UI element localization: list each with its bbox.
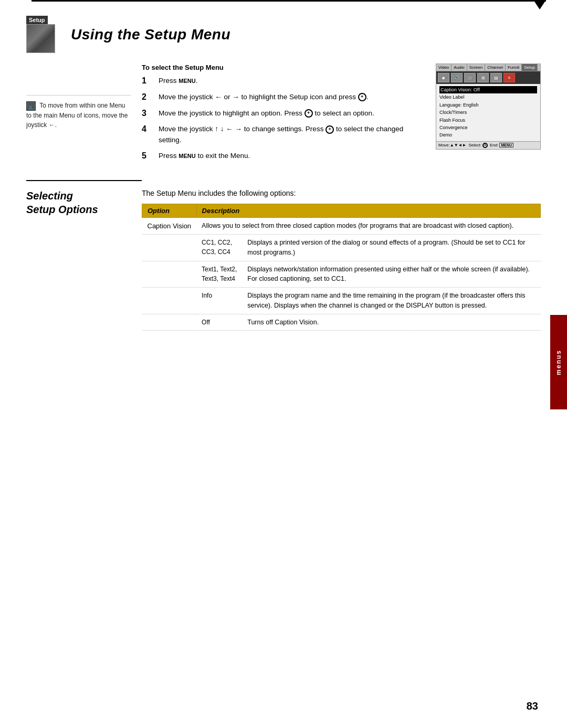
screen-tabs: Video Audio Screen Channel Funnit Setup bbox=[436, 64, 540, 71]
screen-menu-items: Caption Vision: Off Video Label Language… bbox=[436, 84, 540, 141]
table-row-off: Off Turns off Caption Vision. bbox=[142, 314, 541, 331]
menu-text-5: MENU bbox=[178, 153, 195, 159]
circle-icon-4: + bbox=[326, 125, 334, 134]
screen-footer-move: Move:▲▼◄► bbox=[438, 143, 466, 147]
step-2-number: 2 bbox=[142, 92, 152, 103]
step-3: 3 Move the joystick to highlight an opti… bbox=[142, 108, 425, 119]
screen-tab-audio: Audio bbox=[452, 64, 467, 71]
sub-option-info: Info bbox=[196, 288, 242, 314]
options-table: Option Description Caption Vision Allows… bbox=[142, 204, 541, 331]
screen-image: Video Audio Screen Channel Funnit Setup … bbox=[436, 64, 541, 150]
selecting-right: The Setup Menu includes the following op… bbox=[142, 189, 541, 331]
main-content: 📺 To move from within one Menu to the ma… bbox=[26, 64, 541, 167]
screen-tab-screen: Screen bbox=[467, 64, 485, 71]
step-3-number: 3 bbox=[142, 108, 152, 119]
screen-icons-row: ■ 🔊 □ ⊞ ▤ ≡ bbox=[436, 71, 540, 84]
screen-icon-1: ■ bbox=[438, 73, 449, 82]
screen-tab-video: Video bbox=[436, 64, 452, 71]
table-row-caption-vision: Caption Vision Allows you to select from… bbox=[142, 217, 541, 235]
sub-option-cc1: CC1, CC2,CC3, CC4 bbox=[196, 235, 242, 261]
sub-option-empty-3 bbox=[142, 288, 197, 314]
section-divider bbox=[26, 180, 142, 181]
option-name-caption-vision: Caption Vision bbox=[142, 217, 197, 235]
page-number: 83 bbox=[527, 700, 538, 712]
setup-image-inner bbox=[27, 25, 55, 52]
step-4-number: 4 bbox=[142, 124, 152, 135]
sub-option-empty-2 bbox=[142, 261, 197, 288]
screen-tab-channel: Channel bbox=[485, 64, 506, 71]
right-side-tab: menus bbox=[550, 315, 567, 409]
page-header: Setup Using the Setup Menu bbox=[26, 10, 541, 53]
option-desc-caption-vision: Allows you to select from three closed c… bbox=[196, 217, 540, 235]
screen-icon-6-selected: ≡ bbox=[503, 73, 515, 82]
screen-menu-flash: Flash Focus bbox=[439, 117, 537, 124]
screen-footer-end: End:MENU bbox=[490, 143, 513, 147]
setup-image bbox=[26, 24, 55, 53]
screen-footer-select: Select:+ bbox=[468, 143, 487, 148]
col-description: Description bbox=[196, 204, 540, 217]
step-2: 2 Move the joystick ← or → to highlight … bbox=[142, 92, 425, 103]
screen-tab-funnit: Funnit bbox=[506, 64, 522, 71]
screen-area: Video Audio Screen Channel Funnit Setup … bbox=[436, 64, 541, 150]
menu-text-1: MENU bbox=[178, 78, 195, 84]
screen-icon-2: 🔊 bbox=[451, 73, 463, 82]
right-tab-label: menus bbox=[555, 350, 562, 375]
screen-menu-language: Language: English bbox=[439, 101, 537, 109]
sidebar-note-icon: 📺 bbox=[26, 101, 36, 111]
sub-option-empty-1 bbox=[142, 235, 197, 261]
screen-menu-caption: Caption Vision: Off bbox=[439, 86, 537, 93]
selecting-title: Selecting Setup Options bbox=[26, 189, 131, 216]
step-4: 4 Move the joystick ↑ ↓ ← → to change se… bbox=[142, 124, 425, 145]
step-5-number: 5 bbox=[142, 151, 152, 162]
left-sidebar: 📺 To move from within one Menu to the ma… bbox=[26, 64, 131, 167]
step-5-text: Press MENU to exit the Menu. bbox=[159, 151, 425, 161]
screen-menu-demo: Demo bbox=[439, 131, 537, 139]
table-header-row: Option Description bbox=[142, 204, 541, 217]
step-2-text: Move the joystick ← or → to highlight th… bbox=[159, 92, 425, 102]
sub-option-off: Off bbox=[196, 314, 242, 331]
screen-menu-convergence: Convergence bbox=[439, 124, 537, 131]
sub-desc-info: Displays the program name and the time r… bbox=[242, 288, 540, 314]
screen-tab-setup: Setup bbox=[522, 64, 538, 71]
sub-desc-text1: Displays network/station information pre… bbox=[242, 261, 540, 288]
sidebar-note-text: To move from within one Menu to the main… bbox=[26, 102, 128, 129]
selecting-intro: The Setup Menu includes the following op… bbox=[142, 189, 541, 197]
screen-footer: Move:▲▼◄► Select:+ End:MENU bbox=[436, 141, 540, 149]
page-title: Using the Setup Menu bbox=[71, 26, 230, 43]
sub-option-empty-4 bbox=[142, 314, 197, 331]
step-5: 5 Press MENU to exit the Menu. bbox=[142, 151, 425, 162]
step-4-text: Move the joystick ↑ ↓ ← → to change sett… bbox=[159, 124, 425, 145]
selecting-left: Selecting Setup Options bbox=[26, 189, 131, 331]
step-1-text: Press MENU. bbox=[159, 76, 425, 86]
step-1-number: 1 bbox=[142, 76, 152, 87]
sidebar-note: 📺 To move from within one Menu to the ma… bbox=[26, 95, 131, 130]
sub-desc-cc1: Displays a printed version of the dialog… bbox=[242, 235, 540, 261]
page-container: Setup Using the Setup Menu 📺 To move fro… bbox=[0, 0, 567, 352]
step-3-text: Move the joystick to highlight an option… bbox=[159, 108, 425, 119]
screen-menu-clock: Clock/Timers bbox=[439, 109, 537, 116]
screen-icon-4: ⊞ bbox=[477, 73, 489, 82]
right-content: Video Audio Screen Channel Funnit Setup … bbox=[142, 64, 541, 167]
circle-icon-3: + bbox=[304, 109, 313, 118]
sub-option-text1: Text1, Text2,Text3, Text4 bbox=[196, 261, 242, 288]
table-row-text1: Text1, Text2,Text3, Text4 Displays netwo… bbox=[142, 261, 541, 288]
setup-badge: Setup bbox=[26, 16, 48, 24]
step-1: 1 Press MENU. bbox=[142, 76, 425, 87]
table-row-info: Info Displays the program name and the t… bbox=[142, 288, 541, 314]
screen-icon-3: □ bbox=[464, 73, 476, 82]
screen-icon-5: ▤ bbox=[490, 73, 502, 82]
screen-menu-video-label: Video Label bbox=[439, 93, 537, 101]
selecting-section: Selecting Setup Options The Setup Menu i… bbox=[26, 189, 541, 331]
circle-icon-2: + bbox=[358, 93, 366, 101]
col-option: Option bbox=[142, 204, 197, 217]
table-row-cc1: CC1, CC2,CC3, CC4 Displays a printed ver… bbox=[142, 235, 541, 261]
sub-desc-off: Turns off Caption Vision. bbox=[242, 314, 540, 331]
